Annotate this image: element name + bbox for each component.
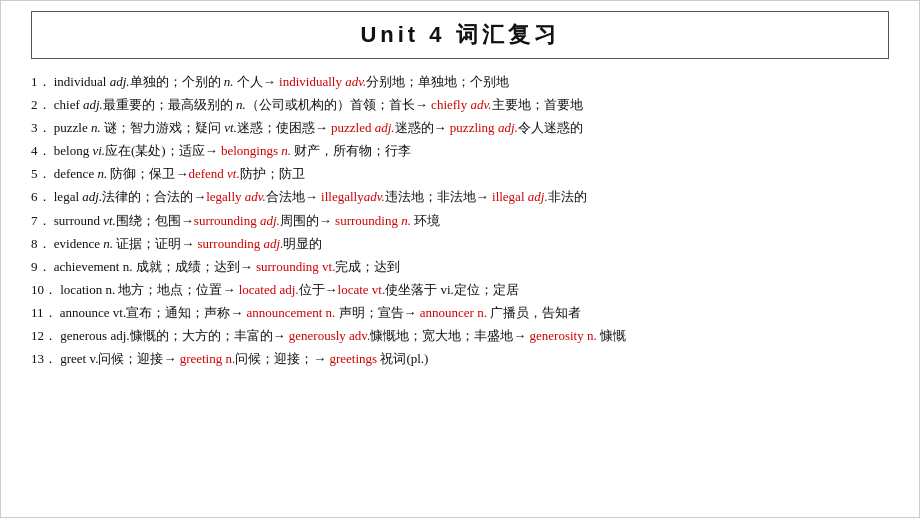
item-rest: 问候；迎接；→	[235, 351, 329, 366]
item-text: achievement n. 成就；成绩；达到→	[54, 259, 256, 274]
item-rest: 防护；防卫	[240, 166, 305, 181]
list-item: 10． location n. 地方；地点；位置→ located adj.位于…	[31, 279, 889, 301]
item-text: evidence n. 证据；证明→	[54, 236, 198, 251]
item-red2: surrounding n.	[335, 213, 411, 228]
item-text: surround vt.围绕；包围→	[54, 213, 194, 228]
item-red: puzzled adj.	[331, 120, 395, 135]
list-item: 5． defence n. 防御；保卫→defend vt.防护；防卫	[31, 163, 889, 185]
item-red3: illegal adj.	[492, 189, 548, 204]
list-item: 1． individual adj.单独的；个别的 n. 个人→ individ…	[31, 71, 889, 93]
list-item: 7． surround vt.围绕；包围→surrounding adj.周围的…	[31, 210, 889, 232]
item-red2: greetings	[329, 351, 377, 366]
item-rest: 位于→	[299, 282, 338, 297]
item-text: defence n. 防御；保卫→	[54, 166, 189, 181]
item-rest2: 环境	[411, 213, 440, 228]
item-red: defend vt.	[188, 166, 239, 181]
item-text: legal adj.法律的；合法的→	[54, 189, 206, 204]
item-rest: 周围的→	[280, 213, 335, 228]
item-text: puzzle n. 谜；智力游戏；疑问 vt.迷惑；使困惑→	[54, 120, 331, 135]
item-num: 2．	[31, 97, 51, 112]
item-rest2: 祝词(pl.)	[377, 351, 428, 366]
list-item: 2． chief adj.最重要的；最高级别的 n.（公司或机构的）首领；首长→…	[31, 94, 889, 116]
item-rest: 分别地；单独地；个别地	[366, 74, 509, 89]
item-rest2: 违法地；非法地→	[385, 189, 492, 204]
item-text: location n. 地方；地点；位置→	[60, 282, 238, 297]
item-num: 3．	[31, 120, 51, 135]
item-red: chiefly adv.	[431, 97, 491, 112]
item-num: 11．	[31, 305, 57, 320]
list-item: 3． puzzle n. 谜；智力游戏；疑问 vt.迷惑；使困惑→ puzzle…	[31, 117, 889, 139]
vocab-list: 1． individual adj.单独的；个别的 n. 个人→ individ…	[21, 71, 899, 370]
item-red: greeting n.	[180, 351, 236, 366]
item-red: belongings n.	[221, 143, 291, 158]
item-red2: locate vt.	[338, 282, 386, 297]
item-text: greet v.问候；迎接→	[60, 351, 179, 366]
item-rest2: 慷慨	[597, 328, 626, 343]
item-text: generous adj.慷慨的；大方的；丰富的→	[60, 328, 289, 343]
item-red: announcement n.	[246, 305, 335, 320]
item-rest: 主要地；首要地	[492, 97, 583, 112]
item-text: individual adj.单独的；个别的 n. 个人→	[54, 74, 279, 89]
list-item: 6． legal adj.法律的；合法的→legally adv.合法地→ il…	[31, 186, 889, 208]
item-rest: 财产，所有物；行李	[291, 143, 411, 158]
item-rest2: 使坐落于 vi.定位；定居	[385, 282, 519, 297]
list-item: 9． achievement n. 成就；成绩；达到→ surrounding …	[31, 256, 889, 278]
list-item: 11． announce vt.宣布；通知；声称→ announcement n…	[31, 302, 889, 324]
item-red: individually adv.	[279, 74, 366, 89]
item-red: legally adv.	[206, 189, 266, 204]
item-text: belong vi.应在(某处)；适应→	[54, 143, 221, 158]
item-num: 12．	[31, 328, 57, 343]
item-red2: announcer n.	[420, 305, 487, 320]
item-red2: puzzling adj.	[450, 120, 518, 135]
item-text: announce vt.宣布；通知；声称→	[60, 305, 247, 320]
item-num: 5．	[31, 166, 51, 181]
item-text: chief adj.最重要的；最高级别的 n.（公司或机构的）首领；首长→	[54, 97, 431, 112]
item-num: 10．	[31, 282, 57, 297]
item-num: 6．	[31, 189, 51, 204]
item-red: surrounding adj.	[197, 236, 283, 251]
item-red2: illegallyadv.	[321, 189, 385, 204]
list-item: 13． greet v.问候；迎接→ greeting n.问候；迎接；→ gr…	[31, 348, 889, 370]
item-red: located adj.	[239, 282, 299, 297]
item-red: surrounding vt.	[256, 259, 335, 274]
item-num: 9．	[31, 259, 51, 274]
item-red: generously adv.	[289, 328, 370, 343]
item-num: 8．	[31, 236, 51, 251]
item-rest: 迷惑的→	[395, 120, 450, 135]
item-num: 13．	[31, 351, 57, 366]
page-container: Unit 4 词汇复习 1． individual adj.单独的；个别的 n.…	[0, 0, 920, 518]
item-red2: generosity n.	[530, 328, 597, 343]
item-num: 7．	[31, 213, 51, 228]
item-rest: 声明；宣告→	[335, 305, 420, 320]
list-item: 4． belong vi.应在(某处)；适应→ belongings n. 财产…	[31, 140, 889, 162]
item-num: 4．	[31, 143, 51, 158]
item-rest: 合法地→	[266, 189, 321, 204]
page-title: Unit 4 词汇复习	[360, 22, 559, 47]
item-rest: 明显的	[283, 236, 322, 251]
item-rest2: 令人迷惑的	[518, 120, 583, 135]
title-box: Unit 4 词汇复习	[31, 11, 889, 59]
item-rest3: 非法的	[548, 189, 587, 204]
list-item: 12． generous adj.慷慨的；大方的；丰富的→ generously…	[31, 325, 889, 347]
item-rest2: 广播员，告知者	[487, 305, 581, 320]
item-red: surrounding adj.	[194, 213, 280, 228]
item-rest: 完成；达到	[335, 259, 400, 274]
item-num: 1．	[31, 74, 51, 89]
item-rest: 慷慨地；宽大地；丰盛地→	[370, 328, 529, 343]
list-item: 8． evidence n. 证据；证明→ surrounding adj.明显…	[31, 233, 889, 255]
